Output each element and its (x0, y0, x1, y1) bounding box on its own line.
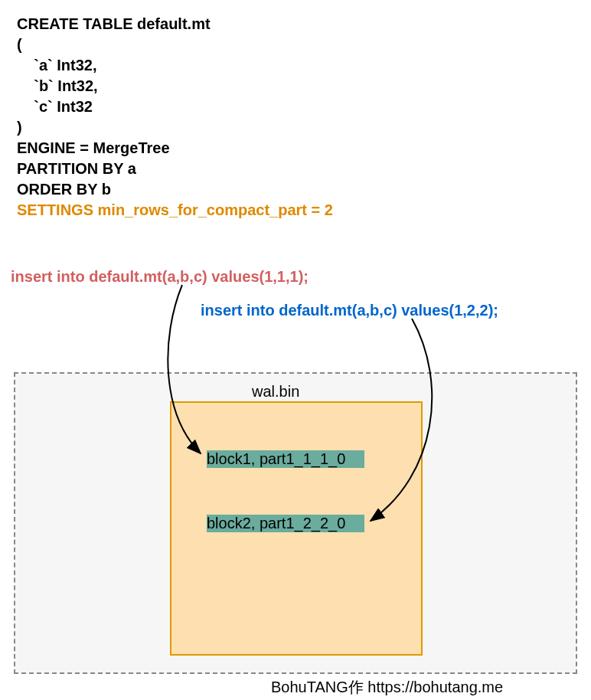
insert-statement-1: insert into default.mt(a,b,c) values(1,1… (11, 268, 309, 286)
sql-line: CREATE TABLE default.mt (17, 14, 333, 34)
sql-line: `a` Int32, (17, 55, 333, 76)
wal-block-1: block1, part1_1_1_0 (207, 450, 364, 468)
sql-line: `c` Int32 (17, 96, 333, 117)
wal-block-2: block2, part1_2_2_0 (207, 515, 364, 532)
sql-line: ORDER BY b (17, 179, 333, 200)
sql-line: PARTITION BY a (17, 159, 333, 179)
sql-line: ) (17, 117, 333, 138)
wal-label: wal.bin (252, 383, 299, 401)
sql-settings-line: SETTINGS min_rows_for_compact_part = 2 (17, 200, 333, 221)
credit-line: BohuTANG作 https://bohutang.me (271, 677, 503, 698)
sql-line: ( (17, 34, 333, 55)
create-table-sql: CREATE TABLE default.mt ( `a` Int32, `b`… (17, 14, 333, 221)
sql-line: `b` Int32, (17, 76, 333, 96)
sql-line: ENGINE = MergeTree (17, 138, 333, 159)
insert-statement-2: insert into default.mt(a,b,c) values(1,2… (201, 302, 498, 319)
